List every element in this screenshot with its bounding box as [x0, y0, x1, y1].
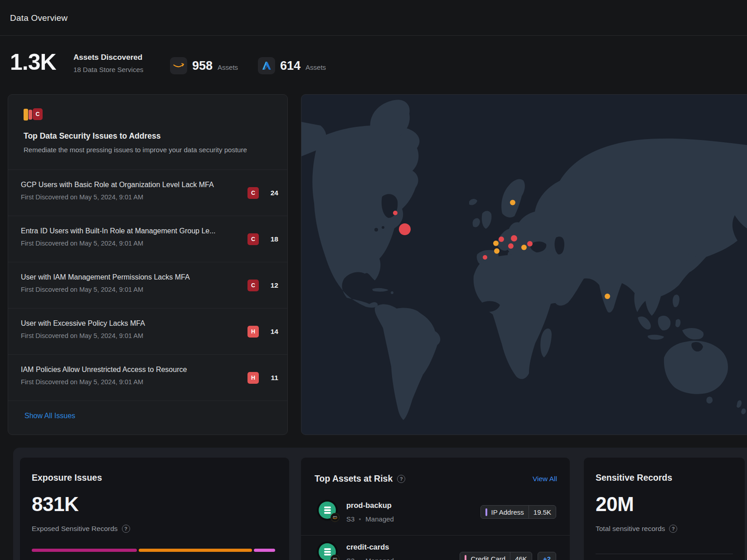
aws-badge-icon: aws — [330, 513, 340, 522]
issue-first-discovered: First Discovered on May 5, 2024, 9:01 AM — [21, 378, 238, 386]
top-issues-title: Top Data Security Issues to Address — [24, 131, 274, 141]
s3-bucket-icon: aws — [317, 500, 338, 521]
asset-meta: S3 Managed — [346, 557, 394, 560]
asset-status: Managed — [365, 557, 394, 560]
issue-first-discovered: First Discovered on May 5, 2024, 9:01 AM — [21, 193, 238, 201]
issue-row[interactable]: GCP Users with Basic Role at Organizatio… — [8, 170, 287, 216]
severity-critical-icon: C — [33, 108, 43, 120]
issue-row[interactable]: User with Excessive Policy Lacks MFA Fir… — [8, 309, 287, 355]
data-class-label: IP Address — [491, 508, 524, 516]
asset-location-dot[interactable] — [499, 237, 504, 242]
asset-location-dot[interactable] — [605, 294, 610, 299]
data-class-chip[interactable]: Credit Card46K — [460, 552, 532, 560]
issue-title: Entra ID Users with Built-In Role at Man… — [21, 227, 238, 235]
severity-badge: H — [247, 326, 259, 338]
top-issues-subtitle: Remediate the most pressing issues to im… — [24, 146, 274, 154]
asset-row[interactable]: aws prod-backup S3 Managed IP Address19.… — [301, 494, 570, 535]
issue-count: 18 — [262, 235, 278, 243]
severity-bar-orange-icon — [24, 109, 28, 121]
asset-tags: Credit Card46K+2 — [460, 552, 556, 560]
issue-count: 11 — [262, 374, 278, 382]
severity-badge: C — [247, 280, 259, 291]
aws-assets-value: 958 — [192, 59, 213, 73]
more-tags-chip[interactable]: +2 — [538, 552, 556, 560]
data-class-count: 46K — [510, 552, 532, 560]
exposure-bar-segment — [254, 549, 275, 552]
azure-logo-icon — [258, 57, 275, 74]
page-title: Data Overview — [10, 13, 68, 23]
asset-location-dot[interactable] — [511, 235, 517, 241]
assets-discovered-label: Assets Discovered — [73, 53, 143, 62]
aws-assets-stat: 958 Assets — [170, 57, 238, 74]
asset-service: S3 — [346, 557, 354, 560]
asset-name: credit-cards — [346, 543, 389, 551]
exposure-issues-value: 831K — [32, 493, 78, 516]
severity-bar-red-icon — [29, 110, 32, 120]
sensitive-records-value: 20M — [596, 493, 634, 516]
asset-location-dot[interactable] — [527, 241, 533, 246]
data-store-services-label: 18 Data Store Services — [73, 66, 143, 73]
severity-badge: H — [247, 372, 259, 384]
s3-bucket-icon: aws — [317, 541, 338, 560]
asset-row[interactable]: aws credit-cards S3 Managed Credit Card4… — [301, 535, 570, 560]
help-icon[interactable]: ? — [122, 525, 130, 533]
aws-logo-icon — [170, 57, 187, 74]
top-issues-card: C Top Data Security Issues to Address Re… — [8, 94, 288, 435]
data-class-count: 19.5K — [529, 506, 556, 518]
asset-location-dot[interactable] — [399, 223, 411, 235]
asset-location-dot[interactable] — [494, 248, 500, 254]
dot-separator-icon — [359, 518, 361, 520]
azure-assets-stat: 614 Assets — [258, 57, 326, 74]
exposure-bar-segment — [32, 549, 137, 552]
top-issues-header: C Top Data Security Issues to Address Re… — [24, 108, 274, 154]
issue-count: 24 — [262, 189, 278, 197]
issue-first-discovered: First Discovered on May 5, 2024, 9:01 AM — [21, 240, 238, 247]
exposure-issues-label: Exposed Sensitive Records ? — [32, 525, 130, 533]
asset-location-dot[interactable] — [493, 241, 499, 246]
aws-assets-unit: Assets — [218, 63, 238, 71]
asset-location-dot[interactable] — [510, 200, 515, 205]
help-icon[interactable]: ? — [397, 475, 405, 483]
asset-location-dot[interactable] — [508, 243, 514, 249]
issue-count: 12 — [262, 281, 278, 290]
data-class-label: Credit Card — [471, 555, 505, 560]
data-class-chip[interactable]: IP Address19.5K — [480, 505, 556, 519]
top-assets-card: Top Assets at Risk ? View All aws prod-b… — [301, 458, 570, 560]
asset-status: Managed — [365, 515, 394, 523]
divider — [596, 554, 733, 554]
assets-discovered-value: 1.3K — [10, 50, 56, 75]
world-map — [301, 95, 747, 435]
asset-location-dot[interactable] — [483, 255, 487, 260]
sensitive-records-title: Sensitive Records — [596, 473, 672, 483]
issue-row[interactable]: User with IAM Management Permissions Lac… — [8, 262, 287, 309]
sensitive-records-label-text: Total sensitive records — [596, 525, 665, 533]
severity-badge: C — [247, 233, 259, 245]
azure-assets-unit: Assets — [306, 63, 326, 71]
exposure-issues-card: Exposure Issues 831K Exposed Sensitive R… — [20, 458, 289, 560]
asset-name: prod-backup — [346, 501, 392, 510]
sensitive-records-label: Total sensitive records ? — [596, 525, 677, 533]
asset-location-dot[interactable] — [393, 211, 398, 215]
asset-location-dot[interactable] — [521, 245, 527, 250]
asset-tags: IP Address19.5K — [480, 505, 556, 519]
exposure-issues-label-text: Exposed Sensitive Records — [32, 525, 118, 533]
show-all-issues-link[interactable]: Show All Issues — [24, 412, 75, 420]
issue-count: 14 — [262, 328, 278, 336]
page-header: Data Overview — [0, 0, 747, 36]
exposure-distribution-bar — [32, 549, 275, 552]
issue-title: User with IAM Management Permissions Lac… — [21, 273, 238, 281]
asset-meta: S3 Managed — [346, 515, 394, 523]
severity-badge: C — [247, 187, 259, 199]
exposure-bar-segment — [139, 549, 252, 552]
issue-row[interactable]: Entra ID Users with Built-In Role at Man… — [8, 216, 287, 262]
top-assets-title: Top Assets at Risk — [315, 473, 393, 484]
view-all-link[interactable]: View All — [533, 475, 557, 483]
exposure-issues-title: Exposure Issues — [32, 473, 102, 483]
sensitive-records-card: Sensitive Records 20M Total sensitive re… — [584, 458, 745, 560]
aws-badge-icon: aws — [330, 555, 340, 560]
issue-row[interactable]: IAM Policies Allow Unrestricted Access t… — [8, 355, 287, 401]
severity-stack-icon: C — [24, 108, 51, 121]
issue-first-discovered: First Discovered on May 5, 2024, 9:01 AM — [21, 332, 238, 339]
help-icon[interactable]: ? — [669, 525, 677, 533]
issue-title: GCP Users with Basic Role at Organizatio… — [21, 181, 238, 189]
